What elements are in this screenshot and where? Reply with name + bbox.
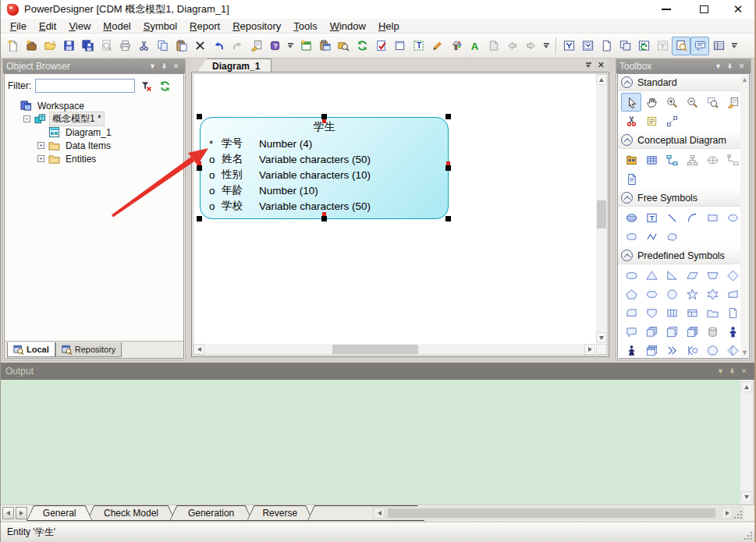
save-button[interactable] <box>59 37 78 55</box>
format-painter-button[interactable] <box>446 37 465 55</box>
select-diagram-button[interactable] <box>578 37 597 55</box>
forward-button[interactable] <box>521 37 540 55</box>
inheritance-tool-button[interactable] <box>682 151 702 169</box>
stack-3-tool-button[interactable] <box>682 322 702 341</box>
entity-tool-button[interactable] <box>641 151 662 169</box>
result-tab-reverse[interactable]: Reverse <box>247 505 313 521</box>
close-button[interactable]: ✕ <box>725 0 751 19</box>
hscroll-thumb[interactable] <box>332 345 418 354</box>
refresh-filter-icon[interactable] <box>157 79 172 93</box>
rounded-rectangle-tool-button[interactable] <box>621 227 641 246</box>
copy-button[interactable] <box>153 37 172 55</box>
pentagon-tool-button[interactable] <box>621 285 641 303</box>
cut-button[interactable] <box>134 37 153 55</box>
right-triangle-tool-button[interactable] <box>662 266 682 285</box>
pencil-button[interactable] <box>428 37 446 55</box>
window-list-icon[interactable] <box>586 62 591 68</box>
browser-tab-local[interactable]: Local <box>7 342 55 357</box>
toolbox-scrollbar[interactable]: ▲ ▼ <box>740 75 749 357</box>
collapse-section-icon[interactable] <box>621 250 633 261</box>
zoom-in-tool-button[interactable] <box>662 93 682 112</box>
print-button[interactable] <box>115 37 134 55</box>
text-tool-button[interactable]: T <box>641 208 662 227</box>
help-book-button[interactable]: ? <box>265 37 284 55</box>
toolbox-section-standard[interactable]: Standard <box>618 74 749 91</box>
redo-button[interactable] <box>228 37 247 55</box>
tree-item-dataitems[interactable]: +Data Items <box>6 139 183 152</box>
tree-item-diagram_1[interactable]: Diagram_1 <box>6 126 183 139</box>
output-scroll-down[interactable] <box>741 491 752 502</box>
vscroll-thumb[interactable] <box>597 200 606 228</box>
pointer-tool-button[interactable] <box>621 93 641 112</box>
toolbox-close-button[interactable]: ✕ <box>736 61 747 72</box>
selection-handle[interactable] <box>197 114 202 119</box>
k-shape-tool-button[interactable] <box>682 341 702 359</box>
back-button[interactable] <box>502 37 521 55</box>
toolbox-scroll-down-icon[interactable]: ▼ <box>741 349 748 356</box>
rectangle-tool-button[interactable] <box>702 208 722 227</box>
model-window-button[interactable] <box>559 37 578 55</box>
regenerate-model-button[interactable] <box>634 37 653 55</box>
browser-tab-repository[interactable]: Repository <box>55 342 122 357</box>
parallelogram-tool-button[interactable] <box>682 266 702 285</box>
selection-handle[interactable] <box>197 165 202 171</box>
collapse-section-icon[interactable] <box>621 76 633 88</box>
tabs-scroll-right-button[interactable] <box>16 507 27 519</box>
expand-icon[interactable]: + <box>37 155 44 162</box>
star-tool-button[interactable] <box>682 285 702 303</box>
stadium-tool-button[interactable] <box>621 266 641 285</box>
selection-handle[interactable] <box>197 216 202 221</box>
tab-diagram-1[interactable]: Diagram_1 <box>197 58 272 72</box>
scroll-right-button[interactable] <box>584 344 595 355</box>
tree-item-entities[interactable]: +Entities <box>6 152 183 165</box>
association-tool-button[interactable] <box>702 151 722 169</box>
chevrons-tool-button[interactable] <box>662 341 682 359</box>
horizontal-scrollbar[interactable] <box>193 344 595 355</box>
output-scroll-up[interactable] <box>741 381 752 392</box>
menu-help[interactable]: Help <box>372 20 406 32</box>
menu-edit[interactable]: Edit <box>33 20 62 32</box>
pin-button[interactable] <box>158 61 170 72</box>
open-pages-button[interactable] <box>616 37 634 55</box>
bottom-scroll-thumb[interactable] <box>388 508 715 518</box>
menu-repository[interactable]: Repository <box>226 20 287 32</box>
zoom-window-tool-button[interactable] <box>702 93 722 112</box>
zoom-out-tool-button[interactable] <box>682 93 702 112</box>
toolbox-menu-button[interactable]: ▼ <box>712 61 724 72</box>
bottom-scrollbar[interactable] <box>372 506 744 520</box>
scroll-down-button[interactable] <box>596 332 607 343</box>
new-file-button[interactable] <box>3 37 22 55</box>
package-tool-button[interactable] <box>621 151 641 169</box>
output-log-area[interactable] <box>1 380 740 504</box>
zoom-preview-button[interactable] <box>672 37 690 55</box>
find-objects-button[interactable] <box>334 37 353 55</box>
output-pin-button[interactable] <box>726 366 738 377</box>
delete-button[interactable] <box>190 37 209 55</box>
polyline-tool-button[interactable] <box>641 227 662 246</box>
minimize-button[interactable] <box>653 0 680 19</box>
text-frame-button[interactable]: T <box>409 37 428 55</box>
tree-item-概念模型1[interactable]: −概念模型1 * <box>6 112 183 126</box>
trapezoid-tool-button[interactable] <box>702 266 722 285</box>
panel-close-button[interactable]: ✕ <box>170 61 182 72</box>
note-tool-button[interactable] <box>641 112 662 130</box>
print-preview-button[interactable] <box>97 37 115 55</box>
relationship-tool-button[interactable] <box>662 151 682 169</box>
line-tool-button[interactable] <box>662 208 682 227</box>
tabs-scroll-left-button[interactable] <box>2 507 14 519</box>
toolbar-overflow-button[interactable] <box>541 37 551 55</box>
selection-handle[interactable] <box>321 114 327 119</box>
selection-handle[interactable] <box>445 165 451 171</box>
bottom-scroll-right[interactable] <box>722 508 733 519</box>
panel-menu-button[interactable]: ▼ <box>147 61 158 72</box>
cylinder-tool-button[interactable] <box>702 322 722 341</box>
hexagon-tool-button[interactable] <box>641 285 662 303</box>
tree-item-workspace[interactable]: Workspace <box>6 99 183 112</box>
toolbox-section-conceptual-diagram[interactable]: Conceptual Diagram <box>618 132 749 149</box>
striped-ellipse-tool-button[interactable] <box>621 208 641 227</box>
expand-icon[interactable]: + <box>37 142 44 149</box>
undo-button[interactable] <box>209 37 228 55</box>
folder-tool-button[interactable] <box>702 303 722 322</box>
check-model-button[interactable] <box>371 37 390 55</box>
collapse-section-icon[interactable] <box>621 192 633 204</box>
